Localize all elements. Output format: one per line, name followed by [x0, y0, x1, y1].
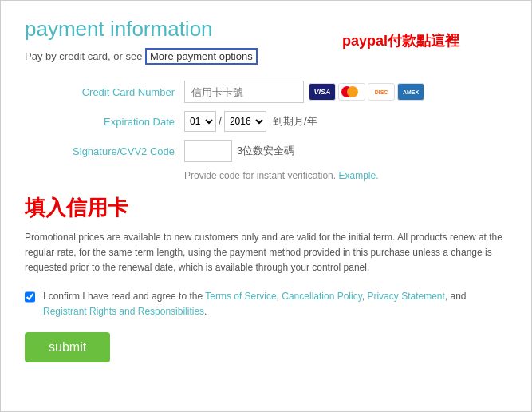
expiry-label: Expiration Date [25, 116, 184, 128]
cancellation-policy-link[interactable]: Cancellation Policy [282, 291, 362, 302]
terms-of-service-link[interactable]: Terms of Service [205, 291, 276, 302]
pay-line-prefix: Pay by credit card, or see [25, 50, 142, 62]
cvv-input[interactable] [184, 140, 232, 162]
expiry-annotation: 到期月/年 [273, 114, 317, 129]
expiry-selects: 01020304 05060708 09101112 / 20162017201… [184, 111, 317, 132]
expiry-month-select[interactable]: 01020304 05060708 09101112 [184, 111, 216, 132]
fill-annotation: 填入信用卡 [25, 194, 507, 222]
cvv-label: Signature/CVV2 Code [25, 145, 184, 157]
mastercard-icon [338, 83, 365, 101]
verify-prefix: Provide code for instant verification. [184, 170, 336, 181]
cvv-row: Signature/CVV2 Code 3位数安全碼 [25, 140, 507, 162]
terms-checkbox[interactable] [25, 291, 35, 303]
discover-icon: DISC [368, 83, 395, 101]
cvv-annotation: 3位数安全碼 [237, 144, 294, 158]
expiry-year-select[interactable]: 2016201720182019 2020202120222023 202420… [224, 111, 266, 132]
promo-text: Promotional prices are available to new … [25, 230, 507, 276]
payment-form: Credit Card Number VISA DISC AMEX Expira… [25, 81, 507, 181]
pay-line: Pay by credit card, or see More payment … [25, 48, 507, 65]
terms-prefix: I confirm I have read and agree to the [43, 291, 203, 302]
visa-icon: VISA [309, 83, 336, 101]
verify-text-row: Provide code for instant verification. E… [184, 170, 507, 181]
amex-icon: AMEX [397, 83, 424, 101]
more-payment-options-link[interactable]: More payment options [145, 48, 258, 65]
expiry-separator: / [219, 115, 222, 128]
submit-button[interactable]: submit [25, 332, 110, 362]
terms-checkbox-row: I confirm I have read and agree to the T… [25, 289, 507, 319]
card-icons: VISA DISC AMEX [309, 83, 424, 101]
example-link[interactable]: Example. [338, 170, 378, 181]
terms-text: I confirm I have read and agree to the T… [43, 289, 507, 319]
paypal-annotation: paypal付款點這裡 [342, 31, 459, 50]
privacy-statement-link[interactable]: Privacy Statement [367, 291, 444, 302]
cc-number-row: Credit Card Number VISA DISC AMEX [25, 81, 507, 103]
registrant-rights-link[interactable]: Registrant Rights and Responsibilities [43, 306, 204, 317]
expiry-row: Expiration Date 01020304 05060708 091011… [25, 111, 507, 132]
cc-number-input[interactable] [184, 81, 304, 103]
cc-number-label: Credit Card Number [25, 86, 184, 98]
